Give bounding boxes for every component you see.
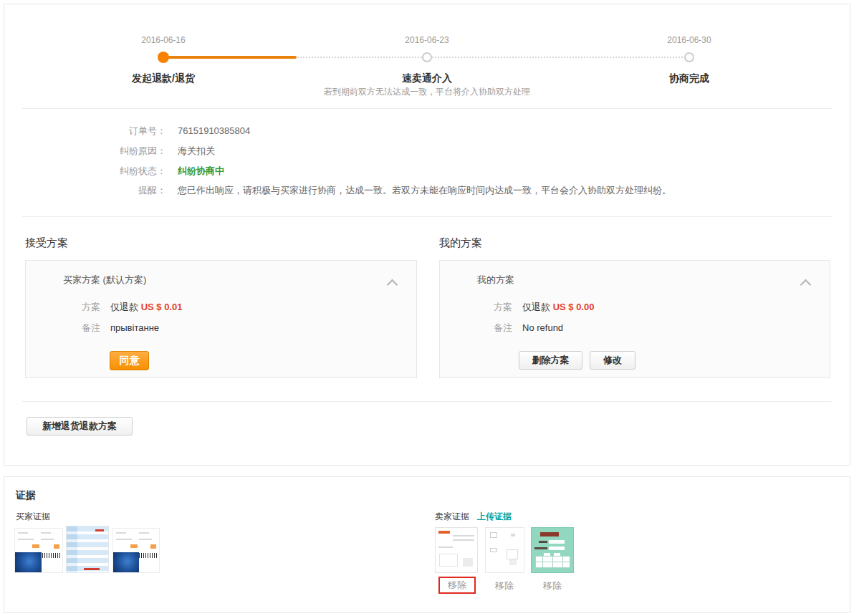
thumbnail-decoration bbox=[438, 531, 450, 534]
thumbnail-decoration bbox=[439, 554, 458, 567]
timeline-dot-pending bbox=[422, 52, 432, 62]
thumbnail-decoration bbox=[54, 544, 59, 549]
plan-amount: US $ 0.01 bbox=[141, 302, 183, 312]
thumbnail-decoration bbox=[139, 532, 149, 534]
thumbnail-decoration bbox=[42, 553, 61, 558]
buyer-plan-panel: 买家方案 (默认方案) 方案仅退款 US $ 0.01 备注прывітанне… bbox=[25, 260, 417, 378]
thumbnail-decoration bbox=[67, 526, 77, 572]
thumbnail-decoration bbox=[511, 534, 515, 536]
new-plan-button[interactable]: 新增退货退款方案 bbox=[27, 417, 133, 435]
milestone-date: 2016-06-16 bbox=[141, 35, 185, 45]
thumbnail-decoration bbox=[116, 539, 132, 540]
upload-evidence-link[interactable]: 上传证据 bbox=[477, 511, 512, 523]
order-number-value: 76151910385804 bbox=[178, 124, 250, 138]
agree-button[interactable]: 同意 bbox=[110, 351, 149, 370]
my-plan-section-title: 我的方案 bbox=[439, 236, 482, 250]
thumbnail-decoration bbox=[549, 547, 565, 550]
note-value: прывітанне bbox=[110, 322, 159, 333]
milestone-label: 发起退款/退货 bbox=[132, 72, 195, 85]
my-plan-panel-title: 我的方案 bbox=[477, 274, 514, 287]
dispute-main-panel: 2016-06-16 2016-06-23 2016-06-30 发起退款/退货… bbox=[4, 4, 850, 466]
divider bbox=[22, 216, 832, 217]
seller-evidence-thumbnail[interactable] bbox=[531, 527, 574, 573]
thumbnail-decoration bbox=[535, 556, 570, 568]
divider bbox=[22, 401, 832, 402]
chevron-up-icon[interactable] bbox=[800, 279, 812, 291]
thumbnail-decoration bbox=[41, 532, 51, 534]
thumbnail-decoration bbox=[41, 539, 54, 540]
accept-plan-section-title: 接受方案 bbox=[25, 236, 68, 250]
timeline-dot-pending bbox=[684, 52, 694, 62]
thumbnail-decoration bbox=[15, 552, 42, 572]
chevron-up-icon[interactable] bbox=[387, 279, 398, 291]
buyer-evidence-thumbnail[interactable] bbox=[112, 528, 160, 573]
remove-evidence-link[interactable]: 移除 bbox=[495, 579, 514, 592]
seller-evidence-title: 卖家证据 bbox=[435, 511, 469, 523]
my-plan-panel: 我的方案 方案仅退款 US $ 0.00 备注No refund 删除方案 修改 bbox=[439, 260, 830, 378]
dispute-detail-page: 2016-06-16 2016-06-23 2016-06-30 发起退款/退货… bbox=[0, 0, 854, 616]
thumbnail-decoration bbox=[540, 532, 559, 536]
thumbnail-decoration bbox=[18, 539, 34, 540]
milestone-label: 协商完成 bbox=[669, 72, 709, 85]
thumbnail-decoration bbox=[139, 553, 158, 558]
dispute-reason-value: 海关扣关 bbox=[178, 144, 215, 158]
reminder-text: 您已作出响应，请积极与买家进行协商，达成一致。若双方未能在响应时间内达成一致，平… bbox=[178, 183, 671, 198]
thumbnail-decoration bbox=[18, 532, 28, 534]
dispute-reason-label: 纠纷原因： bbox=[4, 144, 166, 158]
remove-evidence-link-highlighted[interactable]: 移除 bbox=[438, 577, 476, 594]
buyer-evidence-thumbnail[interactable] bbox=[66, 526, 109, 573]
timeline-dot-active bbox=[158, 52, 169, 63]
thumbnail-decoration bbox=[509, 559, 517, 565]
timeline-progress-line bbox=[163, 56, 297, 59]
thumbnail-decoration bbox=[463, 558, 473, 567]
note-value: No refund bbox=[522, 322, 563, 333]
thumbnail-decoration bbox=[84, 568, 100, 570]
thumbnail-decoration bbox=[453, 535, 474, 536]
order-number-label: 订单号： bbox=[4, 124, 166, 138]
dispute-status-label: 纠纷状态： bbox=[4, 164, 166, 178]
dispute-status-badge: 纠纷协商中 bbox=[178, 164, 224, 178]
plan-label: 方案 bbox=[494, 302, 512, 312]
remove-evidence-link[interactable]: 移除 bbox=[543, 579, 562, 592]
note-label: 备注 bbox=[494, 322, 512, 333]
thumbnail-decoration bbox=[438, 547, 453, 548]
thumbnail-decoration bbox=[507, 549, 518, 559]
buyer-evidence-title: 买家证据 bbox=[16, 511, 50, 523]
buyer-evidence-thumbnail[interactable] bbox=[14, 528, 63, 573]
seller-evidence-thumbnail[interactable] bbox=[485, 527, 524, 573]
thumbnail-decoration bbox=[113, 552, 139, 572]
plan-type: 仅退款 bbox=[522, 302, 550, 312]
thumbnail-decoration bbox=[549, 540, 565, 544]
edit-plan-button[interactable]: 修改 bbox=[590, 351, 635, 370]
thumbnail-decoration bbox=[32, 544, 39, 548]
thumbnail-decoration bbox=[490, 548, 497, 552]
thumbnail-decoration bbox=[95, 529, 104, 531]
evidence-panel: 证据 买家证据 卖家证据 bbox=[4, 476, 850, 613]
plan-amount: US $ 0.00 bbox=[553, 302, 595, 312]
delete-plan-button[interactable]: 删除方案 bbox=[519, 351, 582, 370]
milestone-date: 2016-06-23 bbox=[405, 35, 448, 45]
divider bbox=[22, 108, 832, 109]
milestone-date: 2016-06-30 bbox=[667, 35, 711, 45]
evidence-title: 证据 bbox=[16, 489, 36, 502]
plan-label: 方案 bbox=[82, 302, 100, 312]
thumbnail-decoration bbox=[539, 541, 547, 543]
plan-type: 仅退款 bbox=[110, 302, 138, 312]
thumbnail-decoration bbox=[130, 544, 138, 548]
thumbnail-decoration bbox=[139, 539, 152, 540]
note-label: 备注 bbox=[82, 322, 100, 333]
buyer-plan-panel-title: 买家方案 (默认方案) bbox=[63, 274, 146, 287]
thumbnail-decoration bbox=[150, 544, 156, 549]
thumbnail-decoration bbox=[490, 532, 497, 538]
timeline-note: 若到期前双方无法达成一致，平台将介入协助双方处理 bbox=[324, 86, 530, 98]
thumbnail-decoration bbox=[534, 547, 547, 549]
seller-evidence-thumbnail[interactable] bbox=[435, 527, 478, 573]
thumbnail-decoration bbox=[453, 539, 474, 541]
reminder-label: 提醒： bbox=[4, 183, 166, 198]
milestone-label: 速卖通介入 bbox=[402, 72, 452, 85]
thumbnail-decoration bbox=[116, 532, 126, 534]
